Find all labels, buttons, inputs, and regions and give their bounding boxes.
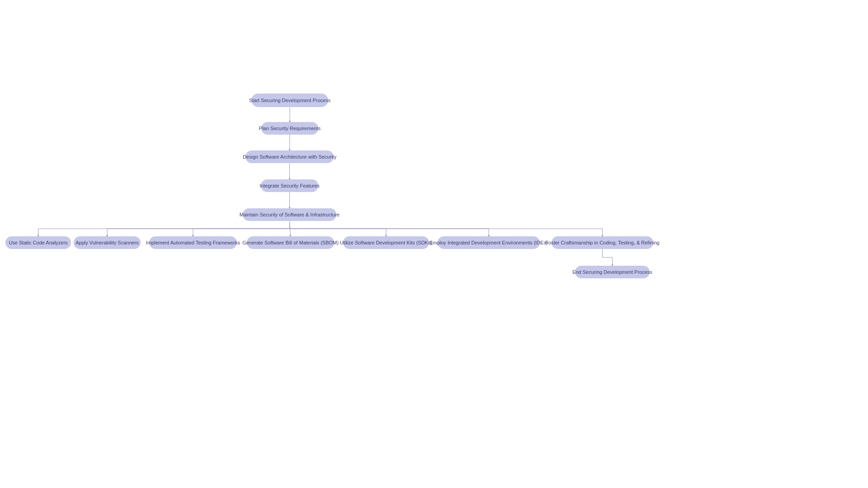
node-ide[interactable]: Employ Integrated Development Environmen… [438, 236, 540, 249]
diagram-container: Start Securing Development ProcessPlan S… [0, 0, 868, 488]
node-craft[interactable]: Foster Craftsmanship in Coding, Testing,… [552, 236, 653, 249]
node-plan[interactable]: Plan Security Requirements [261, 122, 318, 135]
node-static[interactable]: Use Static Code Analyzers [5, 236, 71, 249]
node-integrate[interactable]: Integrate Security Features [261, 179, 318, 192]
node-sbom[interactable]: Generate Software Bill of Materials (SBO… [247, 236, 334, 249]
node-sdk[interactable]: Utilize Software Development Kits (SDKs) [343, 236, 429, 249]
node-vuln[interactable]: Apply Vulnerability Scanners [74, 236, 141, 249]
node-maintain[interactable]: Maintain Security of Software & Infrastr… [243, 208, 336, 221]
node-start[interactable]: Start Securing Development Process [251, 94, 328, 107]
node-design[interactable]: Design Software Architecture with Securi… [245, 150, 334, 163]
node-end[interactable]: End Securing Development Process [575, 266, 650, 278]
node-testing[interactable]: Implement Automated Testing Frameworks [149, 236, 237, 249]
